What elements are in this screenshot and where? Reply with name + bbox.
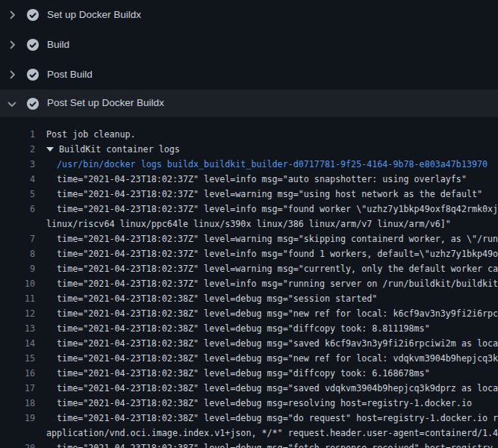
log-text: time="2021-04-23T18:02:38Z" level=debug … bbox=[46, 336, 498, 351]
log-text: time="2021-04-23T18:02:38Z" level=debug … bbox=[46, 366, 430, 381]
line-number[interactable]: 12 bbox=[0, 306, 35, 321]
log-line-8: 8 time="2021-04-23T18:02:37Z" level=info… bbox=[0, 246, 498, 261]
step-header-3[interactable]: Post Build bbox=[0, 60, 498, 90]
log-line-6: 6 time="2021-04-23T18:02:37Z" level=info… bbox=[0, 202, 498, 217]
log-line-14: 14 time="2021-04-23T18:02:38Z" level=deb… bbox=[0, 336, 498, 351]
log-line-11: 11 time="2021-04-23T18:02:38Z" level=deb… bbox=[0, 291, 498, 306]
log-line-9: 9 time="2021-04-23T18:02:37Z" level=warn… bbox=[0, 261, 498, 276]
step-title: Post Set up Docker Buildx bbox=[47, 97, 164, 108]
log-text: time="2021-04-23T18:02:38Z" level=debug … bbox=[46, 291, 377, 306]
step-title: Set up Docker Buildx bbox=[47, 9, 141, 20]
steps-list: Set up Docker BuildxBuildPost BuildPost … bbox=[0, 0, 498, 117]
line-number[interactable]: 10 bbox=[0, 276, 35, 291]
log-line-1: 1Post job cleanup. bbox=[0, 127, 498, 142]
log-text: time="2021-04-23T18:02:38Z" level=debug … bbox=[46, 381, 498, 396]
line-number[interactable]: 13 bbox=[0, 321, 35, 336]
log-text: time="2021-04-23T18:02:38Z" level=debug … bbox=[46, 396, 472, 411]
log-text: time="2021-04-23T18:02:37Z" level=warnin… bbox=[46, 261, 498, 276]
line-number[interactable]: 16 bbox=[0, 366, 35, 381]
line-number[interactable]: 2 bbox=[0, 142, 35, 157]
line-number[interactable]: 17 bbox=[0, 381, 35, 396]
check-circle-icon bbox=[18, 9, 39, 21]
line-number[interactable]: 9 bbox=[0, 261, 35, 276]
line-number[interactable]: 3 bbox=[0, 157, 35, 172]
step-title: Post Build bbox=[47, 69, 93, 80]
log-text: Post job cleanup. bbox=[46, 127, 136, 142]
line-number bbox=[0, 217, 35, 231]
line-number[interactable]: 18 bbox=[0, 396, 35, 411]
log-line-12: 12 time="2021-04-23T18:02:38Z" level=deb… bbox=[0, 306, 498, 321]
chevron-down-icon[interactable] bbox=[0, 98, 18, 110]
log-text: time="2021-04-23T18:02:37Z" level=warnin… bbox=[46, 187, 482, 202]
line-number[interactable]: 5 bbox=[0, 187, 35, 202]
actions-log-viewer: { "colors": { "background": "#10141b", "… bbox=[0, 0, 498, 448]
line-number[interactable]: 20 bbox=[0, 441, 35, 448]
line-number[interactable]: 6 bbox=[0, 202, 35, 217]
chevron-right-icon[interactable] bbox=[0, 9, 18, 21]
line-number[interactable]: 11 bbox=[0, 291, 35, 306]
line-number[interactable]: 14 bbox=[0, 336, 35, 351]
log-line-20: 20 time="2021-04-23T18:02:38Z" level=deb… bbox=[0, 441, 498, 448]
log-line-continuation: linux/riscv64 linux/ppc64le linux/s390x … bbox=[0, 217, 498, 231]
log-text: time="2021-04-23T18:02:37Z" level=warnin… bbox=[46, 231, 498, 246]
step-title: Build bbox=[47, 39, 69, 50]
step-header-4[interactable]: Post Set up Docker Buildx bbox=[0, 90, 498, 117]
line-number[interactable]: 15 bbox=[0, 351, 35, 366]
chevron-right-icon[interactable] bbox=[0, 39, 18, 51]
log-text: time="2021-04-23T18:02:37Z" level=info m… bbox=[46, 246, 498, 261]
line-number[interactable]: 19 bbox=[0, 411, 35, 426]
log-text: time="2021-04-23T18:02:37Z" level=info m… bbox=[46, 202, 498, 217]
line-number bbox=[0, 426, 35, 441]
log-text: time="2021-04-23T18:02:38Z" level=debug … bbox=[46, 441, 498, 448]
log-command-text[interactable]: /usr/bin/docker logs buildx_buildkit_bui… bbox=[46, 157, 488, 172]
log-text: time="2021-04-23T18:02:37Z" level=info m… bbox=[46, 276, 498, 291]
check-circle-icon bbox=[18, 69, 39, 81]
log-lines: 1Post job cleanup.2 BuildKit container l… bbox=[0, 117, 498, 448]
log-line-4: 4 time="2021-04-23T18:02:37Z" level=info… bbox=[0, 172, 498, 187]
log-line-13: 13 time="2021-04-23T18:02:38Z" level=deb… bbox=[0, 321, 498, 336]
log-text: time="2021-04-23T18:02:38Z" level=debug … bbox=[46, 411, 498, 426]
log-line-16: 16 time="2021-04-23T18:02:38Z" level=deb… bbox=[0, 366, 498, 381]
log-text: time="2021-04-23T18:02:38Z" level=debug … bbox=[46, 306, 498, 321]
log-line-continuation: application/vnd.oci.image.index.v1+json,… bbox=[0, 426, 498, 441]
log-text: time="2021-04-23T18:02:38Z" level=debug … bbox=[46, 351, 498, 366]
log-line-10: 10 time="2021-04-23T18:02:37Z" level=inf… bbox=[0, 276, 498, 291]
line-number[interactable]: 7 bbox=[0, 231, 35, 246]
group-toggle-triangle-down-icon[interactable] bbox=[46, 147, 54, 152]
log-line-2: 2 BuildKit container logs bbox=[0, 142, 498, 157]
log-line-18: 18 time="2021-04-23T18:02:38Z" level=deb… bbox=[0, 396, 498, 411]
log-text: BuildKit container logs bbox=[46, 142, 180, 157]
log-line-7: 7 time="2021-04-23T18:02:37Z" level=warn… bbox=[0, 231, 498, 246]
log-text: application/vnd.oci.image.index.v1+json,… bbox=[46, 426, 498, 441]
step-header-2[interactable]: Build bbox=[0, 30, 498, 60]
log-line-5: 5 time="2021-04-23T18:02:37Z" level=warn… bbox=[0, 187, 498, 202]
group-title[interactable]: BuildKit container logs bbox=[54, 144, 180, 155]
step-header-1[interactable]: Set up Docker Buildx bbox=[0, 0, 498, 30]
log-line-19: 19 time="2021-04-23T18:02:38Z" level=deb… bbox=[0, 411, 498, 426]
line-number[interactable]: 4 bbox=[0, 172, 35, 187]
log-text: time="2021-04-23T18:02:38Z" level=debug … bbox=[46, 321, 430, 336]
log-line-17: 17 time="2021-04-23T18:02:38Z" level=deb… bbox=[0, 381, 498, 396]
log-line-15: 15 time="2021-04-23T18:02:38Z" level=deb… bbox=[0, 351, 498, 366]
log-text: time="2021-04-23T18:02:37Z" level=info m… bbox=[46, 172, 467, 187]
log-line-3: 3 /usr/bin/docker logs buildx_buildkit_b… bbox=[0, 157, 498, 172]
check-circle-icon bbox=[18, 98, 39, 110]
line-number[interactable]: 1 bbox=[0, 127, 35, 142]
log-text: linux/riscv64 linux/ppc64le linux/s390x … bbox=[46, 217, 451, 231]
chevron-right-icon[interactable] bbox=[0, 69, 18, 81]
line-number[interactable]: 8 bbox=[0, 246, 35, 261]
check-circle-icon bbox=[18, 39, 39, 51]
